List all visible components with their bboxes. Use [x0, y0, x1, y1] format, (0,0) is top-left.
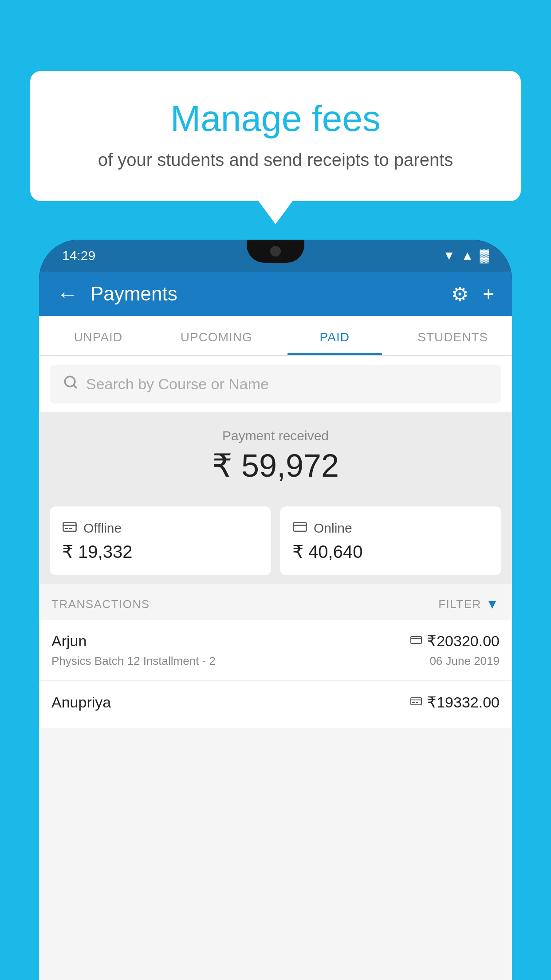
online-card-header: Online [292, 520, 489, 536]
transaction-amount: ₹19332.00 [427, 693, 500, 711]
back-button[interactable]: ← [57, 282, 78, 306]
transaction-payment-icon-offline [410, 695, 422, 709]
app-bar: ← Payments ⚙ + [39, 272, 512, 316]
svg-line-1 [74, 385, 76, 388]
signal-icon: ▲ [461, 249, 474, 263]
transaction-date: 06 June 2019 [429, 654, 500, 668]
transaction-name: Arjun [51, 632, 87, 650]
offline-card: Offline ₹ 19,332 [50, 506, 271, 575]
transaction-course: Physics Batch 12 Installment - 2 [51, 654, 216, 668]
bubble-subtitle: of your students and send receipts to pa… [66, 150, 485, 170]
search-container: Search by Course or Name [39, 356, 512, 412]
online-label: Online [314, 521, 352, 536]
transactions-header: TRANSACTIONS FILTER ▼ [39, 584, 512, 620]
search-placeholder: Search by Course or Name [86, 375, 269, 393]
status-bar: 14:29 ▼ ▲ ▓ [39, 240, 512, 272]
transactions-label: TRANSACTIONS [51, 597, 150, 611]
filter-button[interactable]: FILTER ▼ [438, 597, 500, 612]
notch [247, 240, 304, 263]
status-time: 14:29 [62, 248, 95, 263]
speech-bubble: Manage fees of your students and send re… [30, 71, 521, 201]
offline-icon [62, 520, 77, 536]
phone-inner: 14:29 ▼ ▲ ▓ ← Payments ⚙ + UNPAID UPCOMI… [39, 240, 512, 980]
payment-received-label: Payment received [39, 428, 512, 443]
battery-icon: ▓ [480, 249, 489, 263]
filter-icon: ▼ [486, 597, 500, 612]
wifi-icon: ▼ [443, 249, 455, 263]
tabs-bar: UNPAID UPCOMING PAID STUDENTS [39, 316, 512, 356]
online-icon [292, 520, 307, 536]
plus-icon[interactable]: + [483, 283, 494, 305]
tab-paid[interactable]: PAID [276, 316, 394, 355]
transaction-payment-icon [410, 634, 422, 648]
status-icons: ▼ ▲ ▓ [443, 249, 489, 263]
offline-card-header: Offline [62, 520, 259, 536]
speech-bubble-container: Manage fees of your students and send re… [30, 71, 521, 201]
online-card: Online ₹ 40,640 [280, 506, 501, 575]
svg-rect-10 [411, 698, 421, 705]
transaction-row-bottom: Physics Batch 12 Installment - 2 06 June… [51, 654, 500, 668]
phone-frame: 14:29 ▼ ▲ ▓ ← Payments ⚙ + UNPAID UPCOMI… [39, 240, 512, 980]
transaction-row-top: Arjun ₹20320.00 [51, 632, 500, 650]
gear-icon[interactable]: ⚙ [451, 283, 468, 305]
payment-received-amount: ₹ 59,972 [39, 447, 512, 484]
tab-students[interactable]: STUDENTS [394, 316, 512, 355]
transaction-item[interactable]: Arjun ₹20320.00 Physics [39, 620, 512, 681]
search-box[interactable]: Search by Course or Name [50, 365, 501, 403]
transaction-row-top: Anupriya ₹19332.00 [51, 693, 500, 711]
search-icon [63, 375, 78, 394]
app-bar-title: Payments [91, 283, 451, 305]
svg-rect-2 [63, 523, 76, 531]
online-amount: ₹ 40,640 [292, 541, 489, 562]
transaction-list: Arjun ₹20320.00 Physics [39, 620, 512, 728]
offline-amount: ₹ 19,332 [62, 541, 259, 562]
screen-content: Search by Course or Name Payment receive… [39, 356, 512, 980]
payment-received-section: Payment received ₹ 59,972 [39, 412, 512, 498]
offline-label: Offline [83, 521, 122, 536]
camera [270, 246, 281, 257]
svg-rect-6 [293, 523, 306, 531]
payment-cards: Offline ₹ 19,332 Online ₹ 4 [39, 498, 512, 584]
transaction-amount-wrap: ₹19332.00 [410, 693, 500, 711]
app-bar-icons: ⚙ + [451, 283, 494, 305]
transaction-amount-wrap: ₹20320.00 [410, 632, 500, 650]
filter-text: FILTER [438, 597, 481, 611]
transaction-amount: ₹20320.00 [427, 632, 500, 650]
transaction-name: Anupriya [51, 694, 111, 711]
svg-rect-8 [411, 636, 421, 644]
bubble-title: Manage fees [66, 98, 485, 139]
transaction-item[interactable]: Anupriya ₹19332.00 [39, 681, 512, 728]
tab-unpaid[interactable]: UNPAID [39, 316, 157, 355]
tab-upcoming[interactable]: UPCOMING [157, 316, 276, 355]
